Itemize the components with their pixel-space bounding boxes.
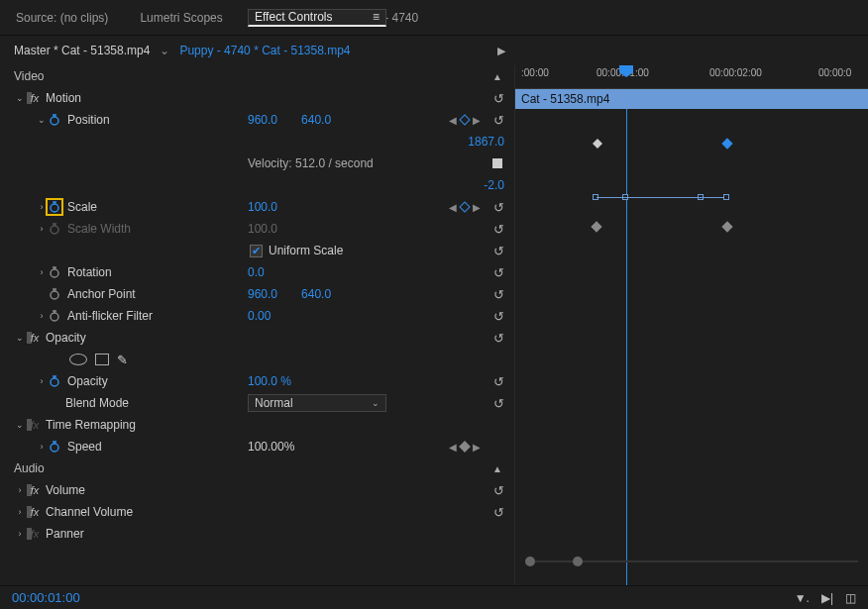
prop-rotation[interactable]: Rotation (67, 265, 112, 279)
reset-icon[interactable]: ↺ (493, 287, 504, 302)
timecode-display[interactable]: 00:00:01:00 (12, 590, 80, 605)
add-keyframe-icon[interactable] (459, 114, 470, 125)
twirl-icon[interactable]: › (14, 529, 26, 539)
next-keyframe-icon[interactable]: ▶ (473, 115, 481, 126)
effect-panner[interactable]: Panner (46, 527, 84, 541)
stopwatch-icon[interactable] (48, 200, 61, 214)
step-forward-icon[interactable]: ▶| (821, 591, 833, 605)
keyframe-icon[interactable] (721, 138, 732, 149)
prev-keyframe-icon[interactable]: ◀ (449, 442, 457, 453)
clip-bar[interactable]: Cat - 51358.mp4 (515, 89, 868, 109)
position-x-value[interactable]: 960.0 (248, 113, 277, 127)
twirl-icon[interactable]: › (36, 376, 48, 386)
next-keyframe-icon[interactable]: ▶ (473, 442, 481, 453)
reset-icon[interactable]: ↺ (493, 200, 504, 215)
effect-volume[interactable]: Volume (46, 483, 85, 497)
twirl-icon[interactable]: › (36, 442, 48, 452)
mask-ellipse-icon[interactable] (69, 354, 87, 365)
stopwatch-icon[interactable] (48, 440, 61, 454)
fx-badge-icon[interactable]: fx (26, 505, 42, 519)
reset-icon[interactable]: ↺ (493, 265, 504, 280)
section-video[interactable]: Video ▲ (0, 65, 514, 87)
anchor-x-value[interactable]: 960.0 (248, 287, 277, 301)
tab-lumetri[interactable]: Lumetri Scopes (138, 3, 224, 33)
add-keyframe-icon[interactable] (459, 201, 470, 212)
keyframe-icon[interactable] (591, 221, 601, 232)
fx-badge-icon[interactable]: fx (26, 527, 42, 541)
twirl-icon[interactable]: › (36, 202, 48, 212)
speed-value[interactable]: 100.00% (248, 440, 294, 454)
effect-channel-volume[interactable]: Channel Volume (46, 505, 133, 519)
panel-menu-icon[interactable]: ≡ (373, 10, 380, 24)
play-only-icon[interactable]: ▶ (497, 45, 505, 57)
bezier-handle[interactable] (723, 194, 729, 200)
reset-icon[interactable]: ↺ (493, 91, 504, 106)
prop-scale[interactable]: Scale (67, 200, 97, 214)
rotation-value[interactable]: 0.0 (248, 265, 265, 279)
twirl-icon[interactable]: › (36, 311, 48, 321)
twirl-icon[interactable]: › (14, 485, 26, 495)
fx-badge-icon[interactable]: fx (26, 483, 42, 497)
effect-motion[interactable]: Motion (46, 91, 81, 105)
prev-keyframe-icon[interactable]: ◀ (449, 202, 457, 213)
twirl-icon[interactable]: › (14, 507, 26, 517)
reset-icon[interactable]: ↺ (493, 222, 504, 237)
prop-position[interactable]: Position (67, 113, 110, 127)
filter-icon[interactable]: ▼. (795, 591, 810, 605)
prop-speed[interactable]: Speed (67, 440, 102, 454)
sequence-clip-label[interactable]: Puppy - 4740 * Cat - 51358.mp4 (179, 44, 350, 57)
stopwatch-icon[interactable] (48, 113, 61, 127)
time-ruler[interactable]: :00:00 00:00:01:00 00:00:02:00 00:00:0 (515, 65, 868, 89)
keyframe-icon[interactable] (721, 221, 732, 232)
effect-timeremap[interactable]: Time Remapping (46, 418, 136, 432)
opacity-value[interactable]: 100.0 % (248, 374, 291, 388)
chevron-down-icon[interactable]: ⌄ (160, 44, 169, 57)
scale-value[interactable]: 100.0 (248, 200, 277, 214)
twirl-icon[interactable]: ⌄ (36, 115, 48, 125)
timeline-scrollbar[interactable] (525, 558, 858, 565)
next-keyframe-icon[interactable]: ▶ (473, 202, 481, 213)
tab-effect-controls[interactable]: Effect Controls ≡ (248, 9, 386, 27)
reset-icon[interactable]: ↺ (493, 505, 504, 520)
stopwatch-icon[interactable] (48, 287, 61, 301)
collapse-icon[interactable]: ▲ (492, 463, 502, 474)
reset-icon[interactable]: ↺ (493, 113, 504, 128)
fx-badge-icon[interactable]: fx (26, 91, 42, 105)
export-icon[interactable]: ◫ (845, 591, 856, 605)
keyframe-area[interactable] (515, 109, 868, 585)
reset-icon[interactable]: ↺ (493, 483, 504, 498)
prop-anchor[interactable]: Anchor Point (67, 287, 136, 301)
reset-icon[interactable]: ↺ (493, 331, 504, 346)
fx-badge-icon[interactable]: fx (26, 331, 42, 345)
section-audio[interactable]: Audio ▲ (0, 457, 514, 479)
twirl-icon[interactable]: ⌄ (14, 333, 26, 343)
twirl-icon[interactable]: › (36, 224, 48, 234)
stopwatch-icon[interactable] (48, 309, 61, 323)
twirl-icon[interactable]: › (36, 267, 48, 277)
effect-opacity[interactable]: Opacity (46, 331, 86, 345)
anchor-y-value[interactable]: 640.0 (301, 287, 331, 301)
fx-badge-icon[interactable]: fx (26, 418, 42, 432)
reset-icon[interactable]: ↺ (493, 309, 504, 324)
blend-mode-select[interactable]: Normal ⌄ (248, 394, 386, 412)
playhead-line[interactable] (626, 109, 627, 585)
twirl-icon[interactable]: ⌄ (14, 420, 26, 430)
reset-icon[interactable]: ↺ (493, 374, 504, 389)
twirl-icon[interactable]: ⌄ (14, 93, 26, 103)
stopwatch-icon[interactable] (48, 374, 61, 388)
position-y-value[interactable]: 640.0 (301, 113, 331, 127)
scroll-handle-right[interactable] (573, 557, 583, 566)
prev-keyframe-icon[interactable]: ◀ (449, 115, 457, 126)
reset-icon[interactable]: ↺ (493, 244, 504, 258)
master-clip-label[interactable]: Master * Cat - 51358.mp4 (14, 44, 150, 57)
scroll-handle-left[interactable] (525, 557, 535, 566)
collapse-icon[interactable]: ▲ (492, 71, 502, 82)
add-keyframe-icon[interactable] (459, 441, 470, 452)
reset-icon[interactable]: ↺ (493, 396, 504, 411)
prop-antiflicker[interactable]: Anti-flicker Filter (67, 309, 153, 323)
tab-source[interactable]: Source: (no clips) (14, 3, 110, 33)
mask-rect-icon[interactable] (95, 354, 109, 365)
uniform-scale-checkbox[interactable]: ✔ (250, 245, 263, 257)
keyframe-icon[interactable] (593, 139, 602, 149)
antiflicker-value[interactable]: 0.00 (248, 309, 271, 323)
